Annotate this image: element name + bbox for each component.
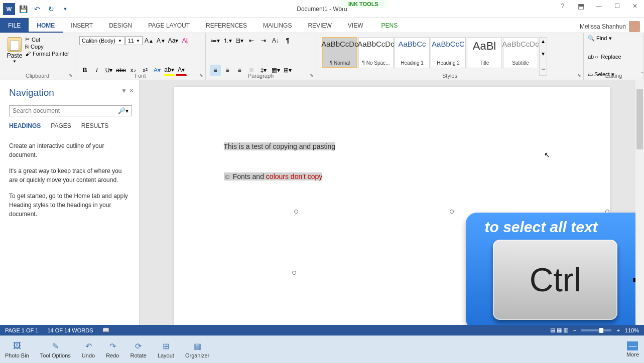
redo-button[interactable]: ↻ [45, 3, 57, 15]
main-area: Navigation ▼✕ 🔎▾ HEADINGS PAGES RESULTS … [0, 80, 644, 325]
rotate-icon: ⟳ [132, 340, 145, 351]
show-marks-button[interactable]: ¶ [282, 35, 293, 46]
style-nospacing[interactable]: AaBbCcDc¶ No Spac... [358, 37, 394, 68]
decrease-indent-button[interactable]: ⇤ [246, 35, 257, 46]
proofing-icon[interactable]: 📖 [102, 327, 109, 333]
page-layout-tab[interactable]: PAGE LAYOUT [140, 18, 198, 33]
page[interactable]: This is a test of copying and pasting ☺ … [174, 87, 610, 325]
clear-formatting-button[interactable]: A⃠ [180, 35, 191, 46]
maximize-button[interactable]: ☐ [610, 1, 624, 11]
scrollbar-thumb[interactable] [636, 89, 643, 149]
increase-indent-button[interactable]: ⇥ [258, 35, 269, 46]
format-painter-button[interactable]: 🖌Format Painter [25, 51, 69, 57]
pens-tab[interactable]: PENS [373, 18, 406, 33]
minimize-button[interactable]: — [592, 1, 606, 11]
styles-scroll[interactable]: ▴▾⎯ [539, 37, 547, 76]
selection-handle[interactable] [294, 210, 298, 214]
home-tab[interactable]: HOME [29, 18, 63, 33]
rotate-button[interactable]: ⟳Rotate [130, 340, 146, 358]
search-icon[interactable]: 🔎▾ [118, 107, 128, 114]
style-normal[interactable]: AaBbCcDc¶ Normal [322, 37, 357, 68]
change-case-button[interactable]: Aa▾ [168, 35, 179, 46]
document-area[interactable]: This is a test of copying and pasting ☺ … [140, 80, 644, 325]
multilevel-button[interactable]: ⊟▾ [234, 35, 245, 46]
grow-font-button[interactable]: A▲ [144, 35, 155, 46]
copy-button[interactable]: ⎘Copy [25, 44, 69, 50]
organizer-label: Organizer [185, 352, 209, 358]
insert-tab[interactable]: INSERT [63, 18, 101, 33]
references-tab[interactable]: REFERENCES [198, 18, 255, 33]
doc-text-line2b[interactable]: colours don't copy [266, 172, 322, 180]
view-buttons[interactable]: ▤ ▦ ▥ [550, 327, 568, 333]
font-name-combo[interactable]: Calibri (Body)▼ [79, 36, 124, 45]
mouse-cursor-icon: ↖ [544, 151, 550, 159]
replace-button[interactable]: ab↔ Replace [588, 54, 639, 60]
nav-options-button[interactable]: ▼ [121, 87, 127, 94]
callout-shape[interactable]: to select all text Ctrl + A [466, 213, 645, 325]
vertical-scrollbar[interactable] [635, 80, 644, 325]
navigation-pane: Navigation ▼✕ 🔎▾ HEADINGS PAGES RESULTS … [0, 80, 140, 325]
qat-dropdown[interactable]: ▼ [59, 3, 71, 15]
nav-close-button[interactable]: ✕ [129, 87, 134, 94]
bullets-button[interactable]: ≔▾ [210, 35, 221, 46]
view-tab[interactable]: VIEW [340, 18, 371, 33]
save-button[interactable]: 💾 [17, 3, 29, 15]
rotate-label: Rotate [130, 352, 146, 358]
font-launcher[interactable]: ⬊ [199, 73, 203, 78]
close-button[interactable]: ✕ [628, 1, 642, 11]
tool-options-button[interactable]: ✎Tool Options [40, 340, 71, 358]
user-account[interactable]: Melissa Shanhun [580, 21, 640, 32]
word-count[interactable]: 14 OF 14 WORDS [47, 327, 93, 333]
zoom-in-button[interactable]: + [616, 327, 619, 333]
help-button[interactable]: ? [556, 1, 570, 11]
pages-tab[interactable]: PAGES [51, 122, 71, 129]
styles-launcher[interactable]: ⬊ [577, 73, 581, 78]
photo-bin-button[interactable]: 🖼Photo Bin [5, 340, 29, 358]
find-button[interactable]: 🔍 Find ▾ [588, 35, 639, 42]
file-tab[interactable]: FILE [0, 18, 29, 33]
selection-handle[interactable] [292, 271, 296, 275]
selection-handle[interactable] [450, 210, 454, 214]
shrink-font-button[interactable]: A▼ [156, 35, 167, 46]
search-field[interactable] [13, 107, 118, 114]
ink-tools-tab[interactable]: INK TOOLS [341, 0, 385, 8]
zoom-level[interactable]: 110% [625, 327, 639, 333]
style-heading2[interactable]: AaBbCcCHeading 2 [431, 37, 466, 68]
design-tab[interactable]: DESIGN [101, 18, 140, 33]
styles-group: AaBbCcDc¶ Normal AaBbCcDc¶ No Spac... Aa… [316, 33, 584, 80]
review-tab[interactable]: REVIEW [300, 18, 339, 33]
zoom-slider[interactable] [581, 329, 611, 331]
numbering-button[interactable]: ⒈▾ [222, 35, 233, 46]
doc-text-line2a[interactable]: ☺ Fonts and [224, 172, 266, 180]
paragraph-launcher[interactable]: ⬊ [310, 73, 314, 78]
paste-button[interactable]: Paste ▼ [4, 35, 25, 64]
style-subtitle[interactable]: AaBbCcDcSubtitle [503, 37, 538, 68]
pse-undo-button[interactable]: ↶Undo [82, 340, 95, 358]
font-name-value: Calibri (Body) [82, 38, 115, 44]
layout-icon: ⊞ [159, 340, 172, 351]
undo-icon: ↶ [82, 340, 95, 351]
mailings-tab[interactable]: MAILINGS [255, 18, 300, 33]
more-button[interactable]: —More [626, 341, 639, 357]
sort-button[interactable]: A↓ [270, 35, 281, 46]
doc-text-line1[interactable]: This is a test of copying and pasting [224, 142, 336, 150]
page-indicator[interactable]: PAGE 1 OF 1 [5, 327, 38, 333]
clipboard-launcher[interactable]: ⬊ [69, 73, 73, 78]
layout-button[interactable]: ⊞Layout [158, 340, 174, 358]
search-input[interactable]: 🔎▾ [9, 105, 132, 116]
organizer-button[interactable]: ▦Organizer [185, 340, 209, 358]
font-size-combo[interactable]: 11▼ [125, 36, 143, 45]
navigation-title: Navigation [9, 87, 132, 98]
style-preview: AaBbCcDc [321, 40, 358, 48]
collapse-ribbon-button[interactable]: ˆ [641, 72, 643, 79]
more-label: More [626, 351, 639, 357]
ribbon-options-button[interactable]: ⬒ [574, 1, 588, 11]
style-heading1[interactable]: AaBbCcHeading 1 [395, 37, 430, 68]
pse-redo-button[interactable]: ↷Redo [106, 340, 119, 358]
style-title[interactable]: AaBlTitle [467, 37, 502, 68]
cut-button[interactable]: ✂Cut [25, 36, 69, 43]
zoom-out-button[interactable]: − [573, 327, 576, 333]
results-tab[interactable]: RESULTS [81, 122, 108, 129]
headings-tab[interactable]: HEADINGS [9, 122, 41, 129]
undo-button[interactable]: ↶ [31, 3, 43, 15]
